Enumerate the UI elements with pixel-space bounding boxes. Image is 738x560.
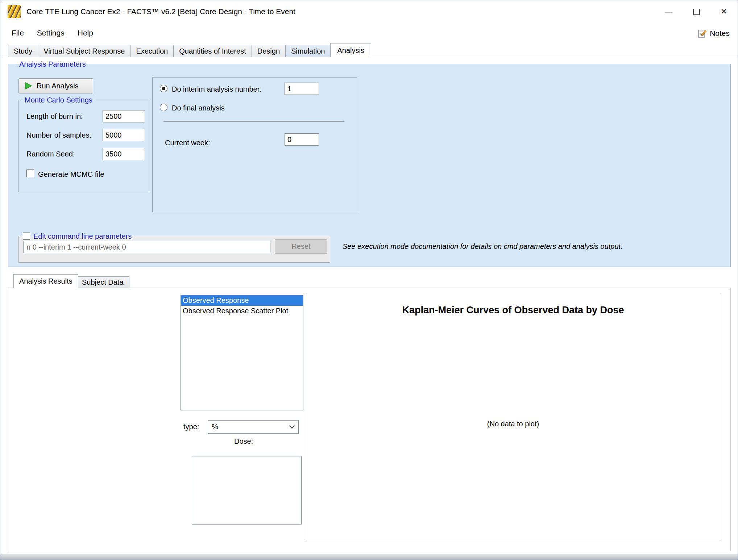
minimize-button[interactable]: — <box>655 0 683 23</box>
interim-number-input[interactable] <box>285 83 319 95</box>
tab-virtual-subject-response[interactable]: Virtual Subject Response <box>38 45 130 57</box>
reset-button[interactable]: Reset <box>275 239 327 254</box>
plot-empty-text: (No data to plot) <box>306 420 720 428</box>
menu-help[interactable]: Help <box>71 25 100 41</box>
tab-quantities-of-interest[interactable]: Quantities of Interest <box>173 45 252 57</box>
tab-execution[interactable]: Execution <box>130 45 174 57</box>
app-window: Core TTE Lung Cancer Ex2 - FACTS™ v6.2 [… <box>0 0 738 560</box>
num-samples-label: Number of samples: <box>26 131 91 139</box>
menu-settings[interactable]: Settings <box>30 25 71 41</box>
menu-file[interactable]: File <box>5 25 30 41</box>
monte-carlo-title: Monte Carlo Settings <box>22 95 95 105</box>
tab-analysis[interactable]: Analysis <box>330 43 371 57</box>
current-week-input[interactable] <box>285 133 319 146</box>
minimize-icon: — <box>665 7 673 16</box>
monte-carlo-group: Monte Carlo Settings Length of burn in: … <box>18 100 149 192</box>
generate-mcmc-checkbox[interactable] <box>26 170 34 177</box>
interim-analysis-label: Do interim analysis number: <box>172 85 262 93</box>
tab-analysis-results[interactable]: Analysis Results <box>13 274 78 288</box>
chevron-down-icon <box>289 423 295 429</box>
interim-analysis-radio[interactable] <box>160 85 167 92</box>
analysis-parameters-group: Analysis Parameters Run Analysis Monte C… <box>8 64 731 267</box>
num-samples-input[interactable] <box>103 129 145 141</box>
dose-label: Dose: <box>234 437 253 446</box>
edit-cmd-label: Edit command line parameters <box>33 231 132 241</box>
run-analysis-button[interactable]: Run Analysis <box>18 78 93 93</box>
tab-simulation[interactable]: Simulation <box>285 45 331 57</box>
title-bar: Core TTE Lung Cancer Ex2 - FACTS™ v6.2 [… <box>0 0 738 23</box>
analysis-parameters-title: Analysis Parameters <box>17 59 88 69</box>
separator-line <box>163 121 344 122</box>
main-tabstrip: Study Virtual Subject Response Execution… <box>0 43 738 57</box>
close-icon: ✕ <box>721 7 727 16</box>
window-bottom-edge <box>0 555 738 560</box>
type-combobox[interactable]: % <box>208 420 299 434</box>
tab-design[interactable]: Design <box>252 45 286 57</box>
generate-mcmc-label: Generate MCMC file <box>38 170 104 179</box>
final-analysis-label: Do final analysis <box>172 104 225 112</box>
random-seed-input[interactable] <box>103 148 145 160</box>
maximize-button[interactable] <box>683 0 710 23</box>
dose-list[interactable] <box>192 456 302 525</box>
cmd-input[interactable] <box>23 241 270 253</box>
window-title: Core TTE Lung Cancer Ex2 - FACTS™ v6.2 [… <box>26 0 295 23</box>
plot-area: Kaplan-Meier Curves of Observed Data by … <box>306 295 720 540</box>
edit-cmd-checkbox[interactable] <box>23 233 30 240</box>
close-button[interactable]: ✕ <box>710 0 738 23</box>
list-item-observed-response-scatter[interactable]: Observed Response Scatter Plot <box>181 306 303 316</box>
cmd-note: See execution mode documentation for det… <box>343 242 623 251</box>
cmd-group: Edit command line parameters Reset <box>18 236 330 263</box>
results-panel: Observed Response Observed Response Scat… <box>8 288 731 551</box>
burn-in-input[interactable] <box>103 110 145 122</box>
analysis-mode-group: Do interim analysis number: Do final ana… <box>152 78 357 212</box>
notes-icon <box>697 29 707 38</box>
result-type-list[interactable]: Observed Response Observed Response Scat… <box>181 295 303 410</box>
cmd-legend: Edit command line parameters <box>21 231 134 241</box>
random-seed-label: Random Seed: <box>26 150 75 158</box>
burn-in-label: Length of burn in: <box>26 112 83 121</box>
current-week-label: Current week: <box>165 139 210 147</box>
type-label: type: <box>183 423 199 431</box>
menu-bar: File Settings Help Notes <box>0 23 738 43</box>
final-analysis-radio[interactable] <box>160 104 167 111</box>
play-icon <box>24 82 33 90</box>
type-value: % <box>212 423 218 431</box>
plot-title: Kaplan-Meier Curves of Observed Data by … <box>306 305 720 316</box>
app-icon <box>8 5 21 18</box>
list-item-observed-response[interactable]: Observed Response <box>181 295 303 306</box>
notes-button[interactable]: Notes <box>697 26 730 41</box>
tab-study[interactable]: Study <box>8 45 38 57</box>
tab-subject-data[interactable]: Subject Data <box>76 276 129 288</box>
run-analysis-label: Run Analysis <box>37 82 79 90</box>
maximize-icon <box>693 9 700 15</box>
window-controls: — ✕ <box>655 0 738 23</box>
notes-label: Notes <box>710 29 730 38</box>
